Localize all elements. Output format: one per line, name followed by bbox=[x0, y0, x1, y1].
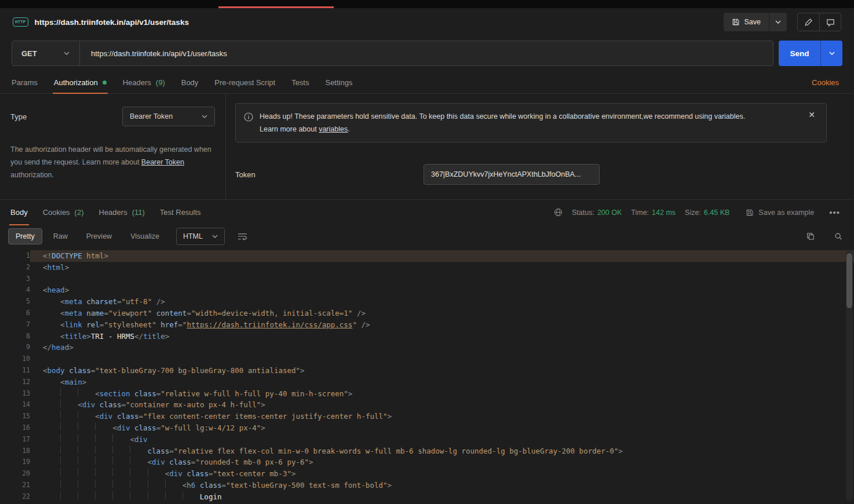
comments-button[interactable] bbox=[819, 13, 841, 31]
response-tab-test-results[interactable]: Test Results bbox=[160, 200, 201, 225]
save-as-example-button[interactable]: Save as example bbox=[742, 208, 817, 217]
auth-type-value: Bearer Token bbox=[130, 112, 173, 120]
header-actions: Save bbox=[724, 13, 842, 31]
line-number: 7 bbox=[0, 319, 30, 331]
send-button-group: Send bbox=[779, 41, 842, 66]
size-label: Size: bbox=[685, 209, 701, 217]
token-input[interactable] bbox=[424, 164, 600, 185]
tab-prerequest-script[interactable]: Pre-request Script bbox=[214, 72, 275, 93]
edit-comment-group bbox=[797, 13, 841, 31]
line-number: 2 bbox=[0, 262, 30, 273]
response-tab-headers[interactable]: Headers (11) bbox=[99, 200, 145, 225]
code-line: 20<div class="text-center mb-3"> bbox=[0, 468, 854, 480]
auth-configured-dot bbox=[103, 81, 107, 85]
send-button[interactable]: Send bbox=[779, 41, 820, 66]
sensitive-data-banner: Heads up! These parameters hold sensitiv… bbox=[235, 103, 827, 143]
line-number: 4 bbox=[0, 284, 30, 296]
chevron-down-icon bbox=[775, 20, 781, 24]
code-line: 1<!DOCTYPE html> bbox=[0, 250, 854, 262]
search-button[interactable] bbox=[831, 232, 846, 241]
save-button[interactable]: Save bbox=[724, 13, 770, 31]
response-body-code-viewer[interactable]: 1<!DOCTYPE html>2<html>34<head>5<meta ch… bbox=[0, 248, 854, 504]
method-select[interactable]: GET bbox=[12, 41, 80, 65]
pencil-icon bbox=[804, 18, 813, 27]
auth-description: The authorization header will be automat… bbox=[10, 143, 215, 181]
tab-settings[interactable]: Settings bbox=[325, 72, 352, 93]
tab-label: Settings bbox=[325, 78, 352, 87]
code-line: 14<div class="container mx-auto px-4 h-f… bbox=[0, 399, 854, 411]
info-icon bbox=[244, 112, 253, 122]
cookies-link[interactable]: Cookies bbox=[808, 78, 842, 87]
view-tab-preview[interactable]: Preview bbox=[79, 228, 119, 244]
save-as-example-label: Save as example bbox=[758, 209, 814, 217]
bearer-token-link[interactable]: Bearer Token bbox=[141, 158, 184, 166]
line-number: 17 bbox=[0, 434, 30, 445]
request-title: https://dash.triinfotek.in/api/v1/user/t… bbox=[35, 18, 189, 27]
line-number: 11 bbox=[0, 365, 30, 377]
copy-button[interactable] bbox=[803, 232, 818, 241]
search-icon bbox=[834, 232, 842, 240]
save-icon bbox=[732, 18, 740, 26]
wrap-line-button[interactable] bbox=[234, 232, 251, 241]
banner-close-button[interactable]: ✕ bbox=[805, 110, 819, 119]
network-globe-icon[interactable] bbox=[554, 208, 563, 217]
code-line: 13<section class="relative w-full h-full… bbox=[0, 388, 854, 400]
save-icon bbox=[746, 209, 754, 217]
response-headers-count: (11) bbox=[132, 208, 145, 217]
size-value: 6.45 KB bbox=[704, 209, 729, 217]
code-line: 9</head> bbox=[0, 342, 854, 353]
scrollbar-thumb[interactable] bbox=[846, 253, 852, 308]
tab-label: Params bbox=[12, 78, 38, 87]
save-options-button[interactable] bbox=[769, 13, 787, 31]
view-tab-raw[interactable]: Raw bbox=[46, 228, 75, 244]
code-line: 11<body class="text-blueGray-700 bg-blue… bbox=[0, 365, 854, 377]
code-lines: 1<!DOCTYPE html>2<html>34<head>5<meta ch… bbox=[0, 250, 854, 503]
auth-type-column: Type Bearer Token The authorization head… bbox=[0, 94, 226, 199]
tab-headers[interactable]: Headers (9) bbox=[123, 72, 165, 93]
tab-label: Cookies bbox=[43, 208, 70, 217]
more-actions-button[interactable]: ••• bbox=[826, 207, 844, 218]
tab-body[interactable]: Body bbox=[181, 72, 199, 93]
response-tab-cookies[interactable]: Cookies (2) bbox=[43, 200, 84, 225]
line-number: 3 bbox=[0, 273, 30, 285]
code-line: 19<div class="rounded-t mb-0 px-6 py-6"> bbox=[0, 456, 854, 468]
line-number: 18 bbox=[0, 445, 30, 457]
line-number: 13 bbox=[0, 388, 30, 400]
code-line: 5<meta charset="utf-8" /> bbox=[0, 296, 854, 308]
authorization-panel: Type Bearer Token The authorization head… bbox=[0, 94, 854, 200]
copy-icon bbox=[806, 232, 815, 240]
code-line: 2<html> bbox=[0, 262, 854, 273]
response-tab-body[interactable]: Body bbox=[10, 200, 28, 225]
tab-authorization[interactable]: Authorization bbox=[54, 72, 107, 93]
time-value: 142 ms bbox=[652, 209, 676, 217]
save-button-group: Save bbox=[724, 13, 787, 31]
line-number: 20 bbox=[0, 468, 30, 480]
variables-link[interactable]: variables bbox=[319, 125, 348, 133]
headers-count: (9) bbox=[156, 78, 165, 87]
line-number: 6 bbox=[0, 308, 30, 319]
tab-tests[interactable]: Tests bbox=[291, 72, 309, 93]
token-label: Token bbox=[235, 170, 424, 179]
auth-type-select[interactable]: Bearer Token bbox=[122, 107, 215, 126]
code-line: 21<h6 class="text-blueGray-500 text-sm f… bbox=[0, 480, 854, 491]
banner-text: Heads up! These parameters hold sensitiv… bbox=[260, 110, 769, 136]
banner-line2-prefix: Learn more about bbox=[260, 125, 317, 133]
code-line: 22Login bbox=[0, 491, 854, 503]
tab-label: Test Results bbox=[160, 208, 201, 217]
view-tab-visualize[interactable]: Visualize bbox=[123, 228, 167, 244]
view-tab-pretty[interactable]: Pretty bbox=[8, 228, 42, 244]
tab-label: Tests bbox=[291, 78, 309, 87]
tab-label: Authorization bbox=[54, 78, 98, 87]
response-meta-row: Body Cookies (2) Headers (11) Test Resul… bbox=[0, 200, 854, 225]
status-value: 200 OK bbox=[597, 209, 622, 217]
edit-button[interactable] bbox=[798, 13, 819, 31]
format-select[interactable]: HTML bbox=[176, 228, 225, 245]
url-input[interactable] bbox=[80, 41, 773, 65]
tab-label: Headers bbox=[99, 208, 127, 217]
banner-line2: Learn more about variables. bbox=[260, 123, 745, 136]
toolbar-right bbox=[803, 232, 846, 241]
chevron-down-icon bbox=[64, 52, 70, 55]
send-options-button[interactable] bbox=[820, 41, 842, 66]
tab-params[interactable]: Params bbox=[12, 72, 38, 93]
auth-fields-column: Heads up! These parameters hold sensitiv… bbox=[226, 94, 854, 199]
